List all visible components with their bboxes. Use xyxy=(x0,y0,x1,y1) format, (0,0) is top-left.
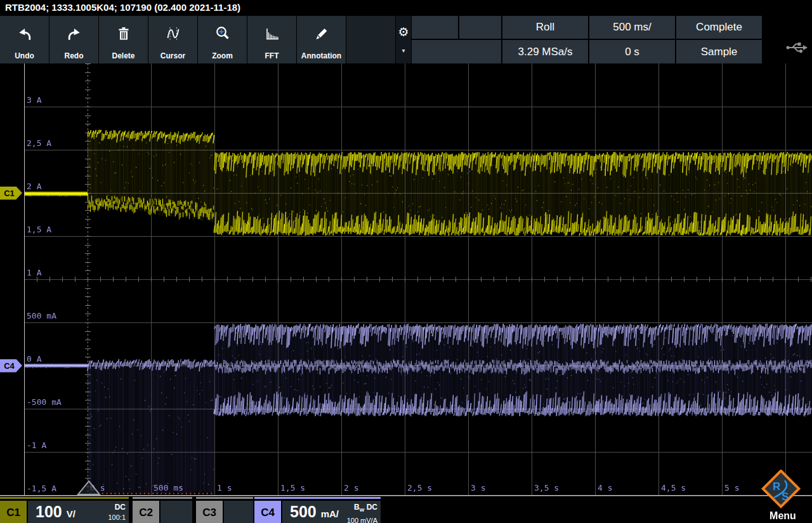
channel-info: BW DC100 mV/A xyxy=(347,502,377,523)
channel-widget-c2[interactable]: C2 xyxy=(133,497,192,523)
y-axis-label: -500 mA xyxy=(27,397,62,407)
x-axis-label: 4 s xyxy=(598,483,612,493)
menu-button[interactable]: Menu xyxy=(761,510,805,522)
channel-scale: 100 V/ xyxy=(36,503,75,521)
y-axis-label: 3 A xyxy=(27,95,41,105)
rs-logo: R S xyxy=(761,470,805,512)
svg-text:R: R xyxy=(773,480,780,493)
channel-tab-c4[interactable]: C4 xyxy=(254,501,281,523)
channel-tab-c3[interactable]: C3 xyxy=(196,501,223,523)
waveform-display[interactable] xyxy=(0,0,812,523)
y-axis-label: 1,5 A xyxy=(27,225,51,234)
x-axis-label: 1 s xyxy=(217,483,232,493)
channel-panel-c2[interactable] xyxy=(160,501,192,523)
channel-tab-c2[interactable]: C2 xyxy=(133,501,159,523)
channel-widget-c4[interactable]: C4500 mA/BW DC100 mV/A xyxy=(254,497,381,523)
x-axis-label: 2 s xyxy=(344,483,358,493)
y-axis-label: -1 A xyxy=(27,440,46,450)
x-axis-label: 3,5 s xyxy=(534,483,559,493)
x-axis-label: 2,5 s xyxy=(407,483,432,493)
channel-info: DC100:1 xyxy=(108,502,126,522)
trigger-position-marker[interactable] xyxy=(76,479,102,496)
x-axis-label: 4,5 s xyxy=(661,483,686,493)
channel-panel-c3[interactable] xyxy=(224,501,253,523)
channel-panel-c4[interactable]: 500 mA/BW DC100 mV/A xyxy=(282,501,381,523)
channel-tab-c1[interactable]: C1 xyxy=(0,501,27,523)
y-axis-label: 2,5 A xyxy=(27,138,51,148)
y-axis-label: -1,5 A xyxy=(27,484,56,493)
channel-panel-c1[interactable]: 100 V/DC100:1 xyxy=(28,501,129,523)
x-axis-label: 1,5 s xyxy=(280,483,305,493)
y-axis-label: 500 mA xyxy=(27,311,56,321)
x-axis-label: 3 s xyxy=(471,483,485,493)
x-axis-label: 500 ms xyxy=(154,483,183,493)
y-axis-label: 0 A xyxy=(27,354,41,364)
channel-widget-c3[interactable]: C3 xyxy=(196,497,253,523)
y-axis-label: 2 A xyxy=(27,182,41,191)
channel-bar: C1100 V/DC100:1C2C3C4500 mA/BW DC100 mV/… xyxy=(0,497,812,523)
channel-scale: 500 mA/ xyxy=(290,503,339,521)
y-axis-label: 1 A xyxy=(27,268,41,277)
channel-widget-c1[interactable]: C1100 V/DC100:1 xyxy=(0,497,129,523)
x-axis-label: 5 s xyxy=(724,483,739,493)
oscilloscope-screen: RTB2004; 1333.1005K04; 107190 (02.400 20… xyxy=(0,0,812,523)
